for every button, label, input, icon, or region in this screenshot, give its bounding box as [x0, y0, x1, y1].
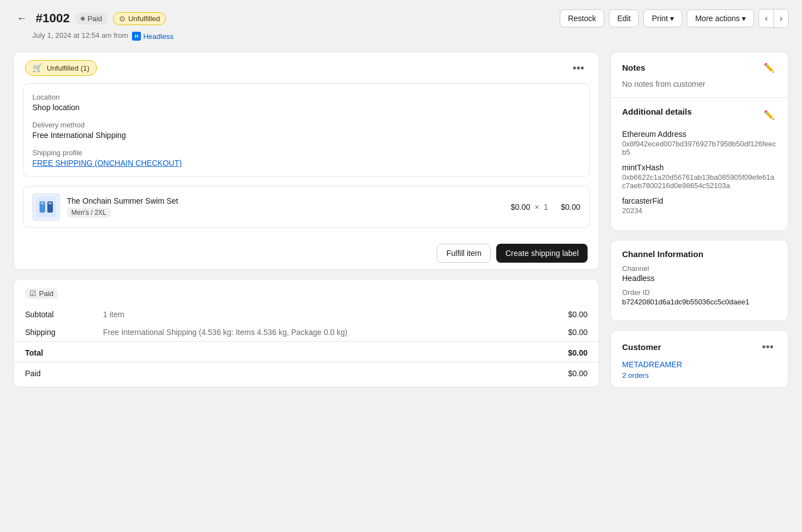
subtotal-row: Subtotal 1 item $0.00 — [14, 306, 599, 323]
more-actions-button[interactable]: More actions ▾ — [687, 9, 754, 27]
product-quantity: 1 — [544, 203, 548, 211]
channel-label: Channel — [622, 264, 777, 273]
shipping-value: $0.00 — [530, 323, 599, 342]
product-qty-separator: × — [535, 203, 539, 211]
unfulfilled-icon: ⊙ — [119, 14, 125, 23]
unfulfilled-section-icon: 🛒 — [32, 63, 43, 73]
product-unit-price: $0.00 — [511, 203, 530, 211]
paid-checkmark-icon: ☑ — [30, 289, 36, 298]
location-label: Location — [32, 93, 580, 101]
order-subheader: July 1, 2024 at 12:54 am from H Headless — [32, 31, 789, 41]
svg-rect-4 — [48, 203, 52, 204]
paid-summary-label: Paid — [14, 362, 92, 387]
channel-label-row: Channel Headless — [622, 264, 777, 283]
total-row: Total $0.00 — [14, 342, 599, 362]
additional-details-list: Ethereum Address0x8f942eced007bd3976927b… — [622, 130, 777, 215]
shipping-profile-label: Shipping profile — [32, 149, 580, 157]
print-chevron-icon: ▾ — [670, 14, 674, 23]
shipping-summary-label: Shipping — [14, 323, 92, 342]
restock-button[interactable]: Restock — [560, 9, 605, 27]
subtotal-value: $0.00 — [530, 306, 599, 323]
svg-rect-3 — [41, 203, 44, 204]
svg-rect-0 — [36, 197, 56, 217]
channel-value: Headless — [622, 274, 777, 283]
edit-button[interactable]: Edit — [609, 9, 639, 27]
unfulfilled-more-button[interactable]: ••• — [569, 61, 588, 76]
order-id-row: Order ID b72420801d6a1dc9b55036cc5c0daee… — [622, 288, 777, 306]
headless-icon: H — [132, 32, 141, 41]
next-order-button[interactable]: › — [774, 9, 788, 27]
subtotal-items: 1 item — [92, 306, 530, 323]
no-notes-text: No notes from customer — [622, 80, 705, 88]
channel-info-title: Channel Information — [622, 249, 703, 259]
order-id-label: Order ID — [622, 288, 777, 297]
customer-card: Customer ••• METADREAMER 2 orders — [610, 330, 789, 388]
prev-order-button[interactable]: ‹ — [759, 9, 774, 27]
customer-more-button[interactable]: ••• — [759, 339, 777, 354]
total-value: $0.00 — [530, 342, 599, 362]
additional-details-section: Additional details ✏️ Ethereum Address0x… — [611, 97, 788, 230]
notes-edit-button[interactable]: ✏️ — [761, 61, 777, 74]
shipping-row: Shipping Free International Shipping (4.… — [14, 323, 599, 342]
total-label: Total — [14, 342, 92, 362]
headless-channel-link[interactable]: H Headless — [132, 32, 173, 41]
customer-name-link[interactable]: METADREAMER — [611, 360, 788, 371]
product-row: The Onchain Summer Swim Set Men's / 2XL … — [23, 186, 590, 228]
additional-details-edit-button[interactable]: ✏️ — [761, 109, 777, 121]
order-summary-table: Subtotal 1 item $0.00 Shipping Free Inte… — [14, 306, 599, 387]
fulfillment-actions: Fulfill item Create shipping label — [14, 237, 599, 269]
more-actions-chevron-icon: ▾ — [742, 14, 746, 23]
shipping-desc: Free International Shipping (4.536 kg: I… — [92, 323, 530, 342]
notes-edit-icon: ✏️ — [764, 63, 775, 72]
additional-detail-item: farcasterFid20234 — [622, 196, 777, 215]
create-shipping-label-button[interactable]: Create shipping label — [496, 244, 588, 263]
back-button[interactable]: ← — [13, 12, 30, 26]
additional-detail-item: Ethereum Address0x8f942eced007bd3976927b… — [622, 130, 777, 156]
notes-card: Notes ✏️ No notes from customer Addition… — [610, 52, 789, 231]
additional-details-edit-icon: ✏️ — [764, 110, 775, 120]
product-image — [32, 193, 60, 221]
print-button[interactable]: Print ▾ — [643, 9, 682, 27]
product-name: The Onchain Summer Swim Set — [67, 196, 504, 205]
additional-detail-item: mintTxHash0xb6622c1a20d56761ab13ba085905… — [622, 163, 777, 190]
product-variant: Men's / 2XL — [67, 208, 111, 218]
order-id-value: b72420801d6a1dc9b55036cc5c0daee1 — [622, 298, 777, 306]
shipping-profile-link[interactable]: FREE SHIPPING (ONCHAIN CHECKOUT) — [32, 159, 182, 168]
location-value: Shop location — [32, 103, 580, 112]
back-icon: ← — [17, 13, 27, 24]
product-info: The Onchain Summer Swim Set Men's / 2XL — [67, 196, 504, 218]
subtotal-label: Subtotal — [14, 306, 92, 323]
channel-info-card: Channel Information Channel Headless Ord… — [610, 240, 789, 321]
delivery-method-label: Delivery method — [32, 121, 580, 129]
product-total: $0.00 — [552, 203, 580, 211]
product-price-group: $0.00 × 1 $0.00 — [511, 203, 580, 211]
paid-section-badge: ☑ Paid — [25, 288, 58, 299]
unfulfilled-section-badge: 🛒 Unfulfilled (1) — [25, 60, 97, 76]
unfulfilled-card: 🛒 Unfulfilled (1) ••• Location Shop loca… — [13, 52, 599, 270]
paid-card: ☑ Paid Subtotal 1 item $0.00 Shipping F — [13, 279, 599, 387]
delivery-method-value: Free International Shipping — [32, 131, 580, 140]
notes-title: Notes — [622, 63, 645, 72]
unfulfilled-badge: ⊙ Unfulfilled — [113, 12, 166, 25]
paid-summary-value: $0.00 — [530, 362, 599, 387]
fulfill-item-button[interactable]: Fulfill item — [437, 244, 491, 263]
customer-title: Customer — [622, 342, 661, 352]
paid-row: Paid $0.00 — [14, 362, 599, 387]
customer-orders-link[interactable]: 2 orders — [611, 371, 788, 387]
order-number: #1002 — [36, 11, 70, 26]
paid-badge: Paid — [75, 13, 107, 24]
additional-details-title: Additional details — [622, 107, 692, 116]
